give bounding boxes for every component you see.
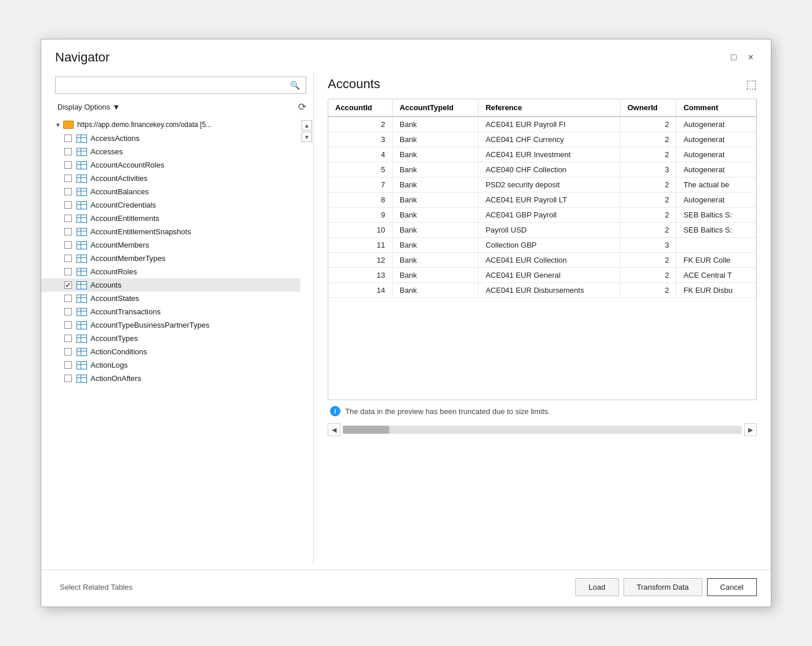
maximize-button[interactable]: □ — [727, 51, 740, 64]
table-cell: Autogenerat — [676, 117, 756, 132]
table-cell: 2 — [620, 132, 676, 147]
item-checkbox[interactable] — [64, 268, 72, 275]
table-cell — [676, 238, 756, 253]
footer-left: Select Related Tables — [55, 580, 137, 594]
item-checkbox[interactable] — [64, 188, 72, 195]
tree-item[interactable]: AccountEntitlements — [41, 212, 300, 225]
item-checkbox[interactable] — [64, 215, 72, 222]
tree-item[interactable]: AccessActions — [41, 132, 300, 145]
table-cell: 8 — [328, 193, 393, 208]
table-cell: Bank — [393, 147, 478, 162]
item-label: AccountTypeBusinessPartnerTypes — [90, 321, 209, 329]
tree-item[interactable]: AccountStates — [41, 292, 300, 305]
tree-item[interactable]: AccountTransactions — [41, 305, 300, 318]
tree-item[interactable]: ActionLogs — [41, 358, 300, 372]
table-icon — [77, 241, 87, 249]
item-checkbox[interactable] — [64, 135, 72, 142]
tree-item[interactable]: AccountEntitlementSnapshots — [41, 225, 300, 238]
table-cell: 11 — [328, 238, 393, 253]
table-cell: Bank — [393, 162, 478, 177]
item-checkbox[interactable]: ✓ — [64, 281, 72, 289]
search-input[interactable] — [56, 78, 284, 93]
tree-item[interactable]: AccountMemberTypes — [41, 252, 300, 265]
table-cell: Payroll USD — [478, 223, 621, 238]
tree-item[interactable]: AccountBalances — [41, 185, 300, 198]
item-checkbox[interactable] — [64, 175, 72, 182]
select-related-button[interactable]: Select Related Tables — [55, 580, 137, 594]
table-icon — [77, 268, 87, 276]
table-cell: Bank — [393, 193, 478, 208]
tree-item[interactable]: ✓ Accounts — [41, 278, 300, 292]
table-icon — [77, 295, 87, 303]
item-label: AccountStates — [90, 294, 139, 303]
tree-item[interactable]: AccountTypeBusinessPartnerTypes — [41, 318, 300, 332]
item-checkbox[interactable] — [64, 201, 72, 209]
item-checkbox[interactable] — [64, 335, 72, 342]
tree-item[interactable]: AccountAccountRoles — [41, 158, 300, 172]
table-header-cell: OwnerId — [620, 99, 676, 117]
item-checkbox[interactable] — [64, 241, 72, 249]
display-options-label: Display Options — [57, 103, 110, 111]
cancel-button[interactable]: Cancel — [707, 578, 757, 596]
table-icon — [77, 135, 87, 143]
tree-item[interactable]: AccountCredentials — [41, 198, 300, 212]
display-options-button[interactable]: Display Options ▼ — [55, 101, 122, 112]
table-cell: Bank — [393, 283, 478, 298]
item-checkbox[interactable] — [64, 228, 72, 235]
scroll-up-button[interactable]: ▲ — [302, 120, 312, 130]
table-cell: 10 — [328, 223, 393, 238]
item-checkbox[interactable] — [64, 361, 72, 369]
tree-item[interactable]: Accesses — [41, 145, 300, 158]
table-cell: 2 — [620, 223, 676, 238]
search-button[interactable]: 🔍 — [284, 77, 306, 93]
table-cell: Autogenerat — [676, 193, 756, 208]
table-cell: Collection GBP — [478, 238, 621, 253]
preview-refresh-icon[interactable]: ⬚ — [746, 77, 757, 91]
refresh-icon[interactable]: ⟳ — [298, 101, 306, 113]
table-cell: Bank — [393, 268, 478, 283]
tree-item[interactable]: ActionConditions — [41, 345, 300, 358]
table-header-cell: AccountTypeId — [393, 99, 478, 117]
h-scroll-right-button[interactable]: ▶ — [744, 423, 757, 436]
close-button[interactable]: × — [745, 51, 757, 64]
item-checkbox[interactable] — [64, 148, 72, 155]
item-checkbox[interactable] — [64, 321, 72, 329]
tree-item[interactable]: AccountRoles — [41, 265, 300, 278]
table-header-cell: Comment — [676, 99, 756, 117]
item-checkbox[interactable] — [64, 295, 72, 302]
load-button[interactable]: Load — [575, 578, 619, 596]
tree-root-item[interactable]: ▼ https://app.demo.financekey.com/odata … — [41, 118, 300, 132]
transform-data-button[interactable]: Transform Data — [624, 578, 702, 596]
display-options-arrow-icon: ▼ — [113, 103, 120, 111]
item-checkbox[interactable] — [64, 348, 72, 355]
tree-item[interactable]: AccountActivities — [41, 172, 300, 185]
tree-item[interactable]: ActionOnAfters — [41, 372, 300, 385]
tree-item[interactable]: AccountTypes — [41, 332, 300, 345]
scroll-down-button[interactable]: ▼ — [302, 132, 312, 142]
item-label: ActionConditions — [90, 347, 147, 356]
h-scroll-bar-container: ◀ ▶ — [328, 421, 757, 438]
item-label: AccountMemberTypes — [90, 254, 165, 263]
h-scroll-thumb — [343, 426, 389, 434]
table-cell: 4 — [328, 147, 393, 162]
table-cell: PSD2 security deposit — [478, 177, 621, 193]
item-checkbox[interactable] — [64, 375, 72, 382]
window-controls: □ × — [727, 51, 757, 64]
table-cell: ACE041 EUR Payroll LT — [478, 193, 621, 208]
h-scroll-track[interactable] — [343, 426, 742, 434]
table-cell: Autogenerat — [676, 147, 756, 162]
item-checkbox[interactable] — [64, 308, 72, 315]
table-row: 4BankACE041 EUR Investment2Autogenerat — [328, 147, 756, 162]
item-checkbox[interactable] — [64, 255, 72, 262]
table-cell: Bank — [393, 223, 478, 238]
table-cell: ACE041 EUR Payroll FI — [478, 117, 621, 132]
table-cell: ACE041 EUR Disbursements — [478, 283, 621, 298]
h-scroll-left-button[interactable]: ◀ — [328, 423, 340, 436]
table-row: 2BankACE041 EUR Payroll FI2Autogenerat — [328, 117, 756, 132]
table-container[interactable]: AccountIdAccountTypeIdReferenceOwnerIdCo… — [328, 99, 757, 400]
display-options-row: Display Options ▼ ⟳ — [41, 99, 313, 115]
table-cell: ACE Central T — [676, 268, 756, 283]
tree-item[interactable]: AccountMembers — [41, 238, 300, 252]
table-cell: Bank — [393, 253, 478, 268]
item-checkbox[interactable] — [64, 161, 72, 169]
